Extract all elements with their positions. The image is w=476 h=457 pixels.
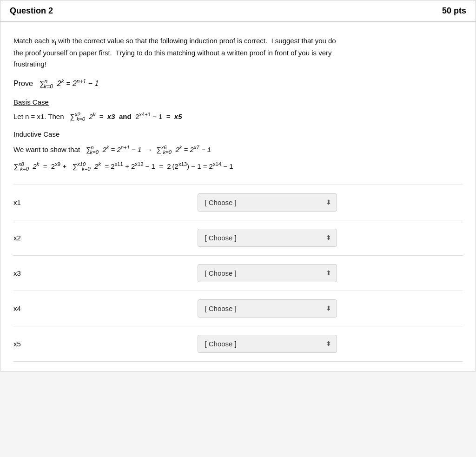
question-header: Question 2 50 pts [0,0,476,22]
x5-select[interactable]: [ Choose ] 0 1 n n+1 [198,335,337,353]
select-wrapper-x5: [ Choose ] 0 1 n n+1 ⬍ [198,335,337,353]
table-row: x2 [ Choose ] 0 1 n n+1 ⬍ [13,220,463,255]
select-wrapper-x3: [ Choose ] 0 1 n n+1 ⬍ [198,264,337,282]
select-wrapper-x4: [ Choose ] 0 1 n n+1 ⬍ [198,299,337,318]
x1-select[interactable]: [ Choose ] 0 1 n n+1 [198,193,337,212]
select-wrapper-x2: [ Choose ] 0 1 n n+1 ⬍ [198,229,337,247]
table-row: x1 [ Choose ] 0 1 n n+1 ⬍ [13,185,463,220]
row-label-x1: x1 [13,185,193,220]
table-row: x3 [ Choose ] 0 1 n n+1 ⬍ [13,255,463,291]
row-label-x5: x5 [13,326,193,361]
basis-case-label: Basis Case [13,98,463,106]
select-wrapper-x1: [ Choose ] 0 1 n n+1 ⬍ [198,193,337,212]
row-select-x4: [ Choose ] 0 1 n n+1 ⬍ [193,291,463,326]
x3-select[interactable]: [ Choose ] 0 1 n n+1 [198,264,337,282]
x2-select[interactable]: [ Choose ] 0 1 n n+1 [198,229,337,247]
matching-table: x1 [ Choose ] 0 1 n n+1 ⬍ [13,185,463,362]
row-label-x2: x2 [13,220,193,255]
let-line: Let n = x1. Then ∑x2k=0 2k = x3 and 2x4+… [13,112,463,122]
question-points: 50 pts [442,6,466,16]
big-equation: ∑x8k=0 2k = 2x9 + ∑x10k=0 2k = 2x11 + 2x… [13,159,463,173]
table-row: x4 [ Choose ] 0 1 n n+1 ⬍ [13,291,463,326]
want-show-line: We want to show that ∑nk=0 2k = 2n+1 − 1… [13,145,463,155]
prove-statement: Prove ∑nk=0 2k = 2n+1 − 1 [13,78,463,90]
question-title: Question 2 [10,6,53,16]
row-label-x4: x4 [13,291,193,326]
table-row: x5 [ Choose ] 0 1 n n+1 ⬍ [13,326,463,361]
row-select-x3: [ Choose ] 0 1 n n+1 ⬍ [193,255,463,291]
x4-select[interactable]: [ Choose ] 0 1 n n+1 [198,299,337,318]
question-content: Match each xi with the correct value so … [0,22,476,371]
row-select-x5: [ Choose ] 0 1 n n+1 ⬍ [193,326,463,361]
row-select-x2: [ Choose ] 0 1 n n+1 ⬍ [193,220,463,255]
instructions-text: Match each xi with the correct value so … [13,35,463,70]
inductive-case-label: Inductive Case [13,130,463,138]
main-container: Question 2 50 pts Match each xi with the… [0,0,476,371]
row-select-x1: [ Choose ] 0 1 n n+1 ⬍ [193,185,463,220]
row-label-x3: x3 [13,255,193,291]
